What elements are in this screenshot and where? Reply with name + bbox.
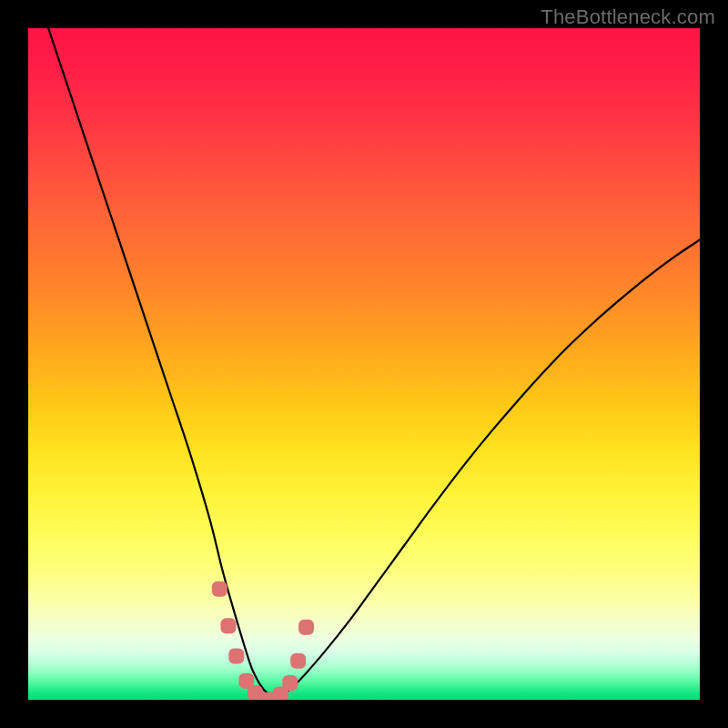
trough-marker (212, 581, 228, 597)
trough-marker (282, 675, 298, 691)
trough-marker (290, 653, 306, 669)
chart-frame: TheBottleneck.com (0, 0, 728, 728)
curve-layer (28, 28, 700, 700)
trough-marker (298, 620, 314, 635)
watermark-text: TheBottleneck.com (541, 5, 715, 29)
plot-area (28, 28, 700, 700)
left-curve (48, 28, 277, 700)
trough-marker (228, 649, 244, 664)
curve-group (48, 28, 700, 700)
right-curve (277, 239, 700, 700)
trough-marker (220, 618, 236, 633)
